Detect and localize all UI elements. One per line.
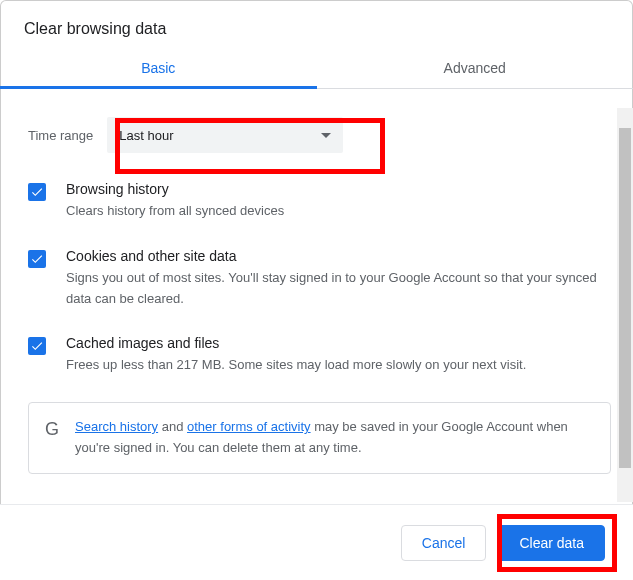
checkbox-cookies[interactable]: [28, 250, 46, 268]
option-text: Cached images and files Frees up less th…: [66, 335, 526, 376]
option-text: Browsing history Clears history from all…: [66, 181, 284, 222]
time-range-row: Time range Last hour: [28, 117, 611, 153]
option-title: Browsing history: [66, 181, 284, 197]
option-cache: Cached images and files Frees up less th…: [28, 335, 611, 376]
info-text: Search history and other forms of activi…: [75, 417, 594, 459]
option-text: Cookies and other site data Signs you ou…: [66, 248, 611, 310]
cancel-button[interactable]: Cancel: [401, 525, 487, 561]
google-logo-icon: G: [45, 419, 59, 440]
dialog-title: Clear browsing data: [0, 0, 633, 48]
time-range-select[interactable]: Last hour: [107, 117, 343, 153]
chevron-down-icon: [321, 133, 331, 138]
option-title: Cookies and other site data: [66, 248, 611, 264]
dialog-content: Time range Last hour Browsing history Cl…: [0, 89, 633, 489]
check-icon: [30, 185, 44, 199]
clear-data-button[interactable]: Clear data: [498, 525, 605, 561]
checkbox-cache[interactable]: [28, 337, 46, 355]
time-range-value: Last hour: [119, 128, 173, 143]
tab-advanced[interactable]: Advanced: [317, 48, 634, 88]
info-box: G Search history and other forms of acti…: [28, 402, 611, 474]
link-search-history[interactable]: Search history: [75, 419, 158, 434]
option-desc: Frees up less than 217 MB. Some sites ma…: [66, 355, 526, 376]
tabs: Basic Advanced: [0, 48, 633, 89]
option-title: Cached images and files: [66, 335, 526, 351]
tab-basic[interactable]: Basic: [0, 48, 317, 88]
option-browsing-history: Browsing history Clears history from all…: [28, 181, 611, 222]
check-icon: [30, 252, 44, 266]
option-desc: Clears history from all synced devices: [66, 201, 284, 222]
time-range-label: Time range: [28, 128, 93, 143]
info-text-part: and: [158, 419, 187, 434]
option-desc: Signs you out of most sites. You'll stay…: [66, 268, 611, 310]
clear-browsing-data-dialog: Clear browsing data Basic Advanced Time …: [0, 0, 633, 580]
check-icon: [30, 339, 44, 353]
dialog-footer: Cancel Clear data: [0, 504, 633, 580]
link-other-activity[interactable]: other forms of activity: [187, 419, 311, 434]
option-cookies: Cookies and other site data Signs you ou…: [28, 248, 611, 310]
checkbox-browsing-history[interactable]: [28, 183, 46, 201]
